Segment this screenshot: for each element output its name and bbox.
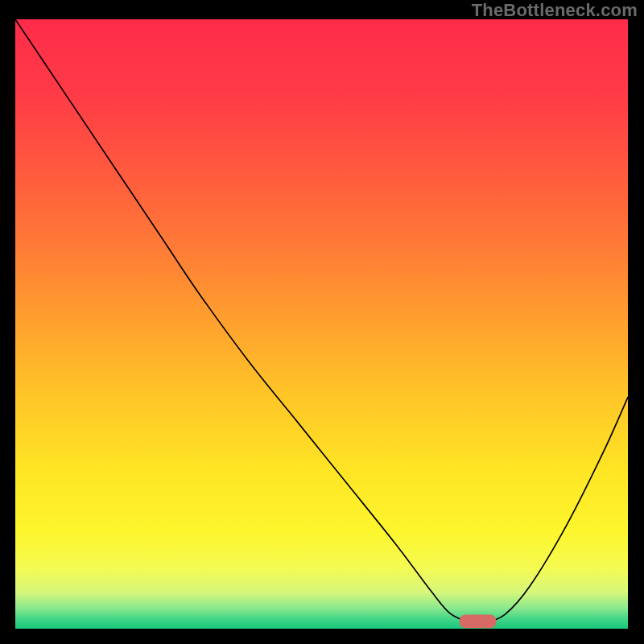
gradient-background	[15, 19, 628, 629]
bottleneck-chart-svg	[15, 19, 628, 629]
bottleneck-chart	[15, 19, 628, 629]
optimum-marker	[460, 615, 497, 629]
attribution-text: TheBottleneck.com	[472, 0, 638, 21]
